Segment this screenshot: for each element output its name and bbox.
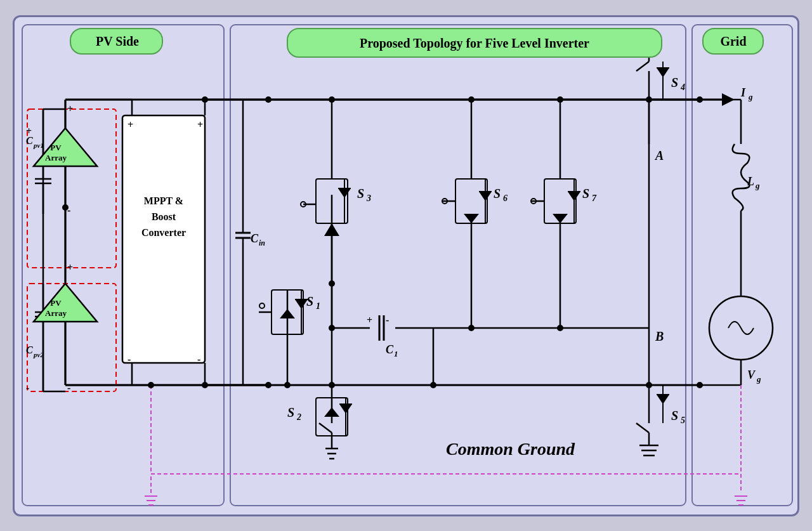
svg-text:5: 5 bbox=[681, 416, 685, 425]
svg-marker-93 bbox=[324, 407, 339, 417]
svg-text:6: 6 bbox=[503, 193, 508, 203]
svg-text:PV Side: PV Side bbox=[96, 34, 139, 48]
svg-text:pv1: pv1 bbox=[33, 141, 44, 149]
svg-text:g: g bbox=[756, 374, 761, 384]
svg-marker-78 bbox=[280, 309, 295, 318]
svg-text:in: in bbox=[259, 239, 265, 247]
svg-text:Common Ground: Common Ground bbox=[446, 439, 575, 459]
svg-text:+: + bbox=[128, 119, 133, 130]
svg-text:S: S bbox=[671, 75, 678, 89]
svg-text:-: - bbox=[67, 383, 70, 393]
svg-text:-: - bbox=[386, 315, 389, 325]
svg-text:C: C bbox=[386, 343, 394, 356]
svg-marker-123 bbox=[479, 192, 492, 201]
svg-rect-6 bbox=[27, 109, 116, 268]
svg-text:7: 7 bbox=[592, 193, 597, 203]
svg-text:Grid: Grid bbox=[720, 34, 746, 48]
svg-point-128 bbox=[557, 96, 563, 103]
svg-line-154 bbox=[636, 423, 649, 433]
svg-text:PV: PV bbox=[50, 298, 62, 308]
svg-text:Array: Array bbox=[45, 308, 67, 318]
svg-point-54 bbox=[202, 96, 208, 103]
svg-marker-160 bbox=[657, 395, 669, 404]
svg-text:+: + bbox=[67, 103, 73, 114]
svg-text:g: g bbox=[755, 181, 760, 190]
svg-text:PV: PV bbox=[50, 143, 62, 152]
svg-text:1: 1 bbox=[394, 349, 398, 358]
svg-text:1: 1 bbox=[316, 301, 320, 311]
svg-point-113 bbox=[329, 382, 335, 388]
svg-marker-136 bbox=[568, 192, 580, 201]
main-container: PV Array PV Array MPPT & Boost Converter… bbox=[13, 15, 799, 516]
svg-point-112 bbox=[329, 280, 335, 287]
svg-text:B: B bbox=[655, 329, 664, 343]
svg-point-115 bbox=[468, 96, 475, 103]
svg-line-142 bbox=[636, 62, 649, 71]
svg-text:4: 4 bbox=[680, 82, 685, 92]
svg-text:C: C bbox=[251, 232, 259, 245]
svg-point-167 bbox=[468, 325, 475, 331]
svg-text:+: + bbox=[67, 262, 73, 273]
svg-text:-: - bbox=[67, 205, 70, 216]
svg-text:V: V bbox=[747, 369, 756, 381]
svg-text:S: S bbox=[671, 409, 678, 423]
svg-text:-: - bbox=[26, 383, 29, 393]
svg-text:S: S bbox=[287, 405, 294, 419]
svg-marker-82 bbox=[295, 299, 308, 309]
svg-marker-95 bbox=[339, 404, 352, 414]
svg-rect-30 bbox=[122, 115, 205, 363]
svg-text:C: C bbox=[26, 344, 33, 355]
svg-text:g: g bbox=[748, 92, 753, 102]
svg-text:L: L bbox=[747, 175, 754, 188]
svg-text:3: 3 bbox=[366, 193, 371, 203]
svg-text:-: - bbox=[197, 354, 200, 365]
svg-text:+: + bbox=[367, 315, 372, 325]
svg-point-60 bbox=[329, 96, 335, 103]
svg-point-80 bbox=[259, 303, 265, 308]
svg-text:Converter: Converter bbox=[141, 227, 186, 238]
svg-text:Boost: Boost bbox=[152, 211, 176, 222]
svg-marker-69 bbox=[338, 188, 351, 198]
svg-point-171 bbox=[646, 382, 652, 388]
svg-text:A: A bbox=[654, 148, 664, 162]
svg-text:C: C bbox=[26, 135, 33, 146]
svg-text:Array: Array bbox=[45, 153, 67, 162]
svg-point-75 bbox=[284, 382, 291, 388]
svg-text:+: + bbox=[197, 119, 203, 130]
svg-point-191 bbox=[697, 382, 703, 388]
svg-rect-1 bbox=[230, 25, 686, 506]
svg-text:I: I bbox=[740, 86, 746, 99]
svg-marker-148 bbox=[657, 68, 669, 77]
svg-text:-: - bbox=[128, 354, 131, 365]
svg-text:2: 2 bbox=[296, 412, 301, 422]
svg-point-193 bbox=[697, 96, 703, 103]
svg-text:S: S bbox=[494, 187, 501, 200]
svg-text:pv2: pv2 bbox=[33, 351, 44, 358]
svg-text:S: S bbox=[306, 294, 313, 308]
svg-line-87 bbox=[319, 423, 332, 433]
svg-point-53 bbox=[265, 382, 272, 388]
svg-point-106 bbox=[430, 382, 436, 388]
circuit-diagram: PV Array PV Array MPPT & Boost Converter… bbox=[15, 17, 799, 516]
svg-text:MPPT &: MPPT & bbox=[144, 195, 183, 206]
svg-text:+: + bbox=[26, 126, 32, 136]
svg-text:Proposed Topology for Five Lev: Proposed Topology for Five Level Inverte… bbox=[360, 36, 589, 51]
svg-text:S: S bbox=[357, 187, 364, 200]
svg-text:S: S bbox=[582, 187, 589, 200]
